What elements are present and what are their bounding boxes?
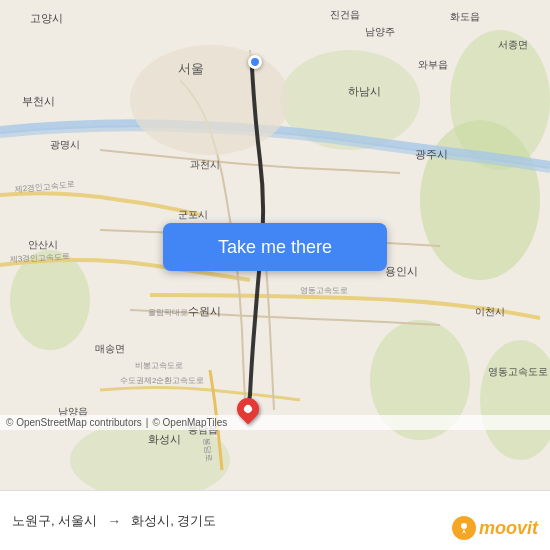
svg-text:부천시: 부천시: [22, 95, 55, 107]
svg-point-38: [461, 523, 467, 529]
svg-text:매송면: 매송면: [95, 343, 125, 354]
direction-arrow: →: [107, 513, 121, 529]
svg-text:안산시: 안산시: [28, 239, 58, 250]
svg-text:영동고속도로: 영동고속도로: [488, 366, 548, 377]
copyright-bar: © OpenStreetMap contributors | © OpenMap…: [0, 415, 550, 430]
svg-text:서울: 서울: [178, 61, 204, 76]
svg-text:영동고속도로: 영동고속도로: [300, 286, 348, 295]
svg-text:과천시: 과천시: [190, 159, 220, 170]
copyright-osm: © OpenStreetMap contributors: [6, 417, 142, 428]
moovit-icon: [452, 516, 476, 540]
svg-text:고양시: 고양시: [30, 12, 63, 24]
copyright-separator: |: [146, 417, 149, 428]
svg-text:서종면: 서종면: [498, 39, 528, 50]
svg-text:광주시: 광주시: [415, 148, 448, 160]
moovit-logo: moovit: [452, 516, 538, 540]
bottom-bar: 노원구, 서울시 → 화성시, 경기도 moovit: [0, 490, 550, 550]
svg-text:이천시: 이천시: [475, 306, 505, 317]
svg-point-2: [10, 250, 90, 350]
svg-text:수원시: 수원시: [188, 305, 221, 317]
destination-marker: [237, 398, 259, 428]
svg-text:화성시: 화성시: [148, 433, 181, 445]
take-me-there-button[interactable]: Take me there: [163, 223, 387, 271]
copyright-omt: © OpenMapTiles: [152, 417, 227, 428]
svg-text:용인시: 용인시: [385, 265, 418, 277]
svg-text:비봉고속도로: 비봉고속도로: [135, 361, 183, 370]
svg-text:올림픽대로: 올림픽대로: [148, 308, 188, 317]
svg-text:화도읍: 화도읍: [450, 11, 480, 22]
svg-text:남양주: 남양주: [365, 26, 395, 37]
svg-text:하남시: 하남시: [348, 85, 381, 97]
svg-text:광명시: 광명시: [50, 139, 80, 150]
map-container: 고양시 진건읍 남양주 화도읍 서종면 서울 와부읍 하남시 부천시 광명시 광…: [0, 0, 550, 490]
svg-text:군포시: 군포시: [178, 209, 208, 220]
moovit-text: moovit: [479, 518, 538, 539]
svg-point-6: [450, 30, 550, 170]
svg-text:진건읍: 진건읍: [330, 9, 360, 20]
destination-label: 화성시, 경기도: [131, 512, 216, 530]
svg-text:와부읍: 와부읍: [418, 59, 448, 70]
origin-marker: [248, 55, 262, 69]
svg-point-8: [130, 45, 290, 155]
origin-label: 노원구, 서울시: [12, 512, 97, 530]
svg-text:수도권제2순환고속도로: 수도권제2순환고속도로: [120, 376, 204, 385]
